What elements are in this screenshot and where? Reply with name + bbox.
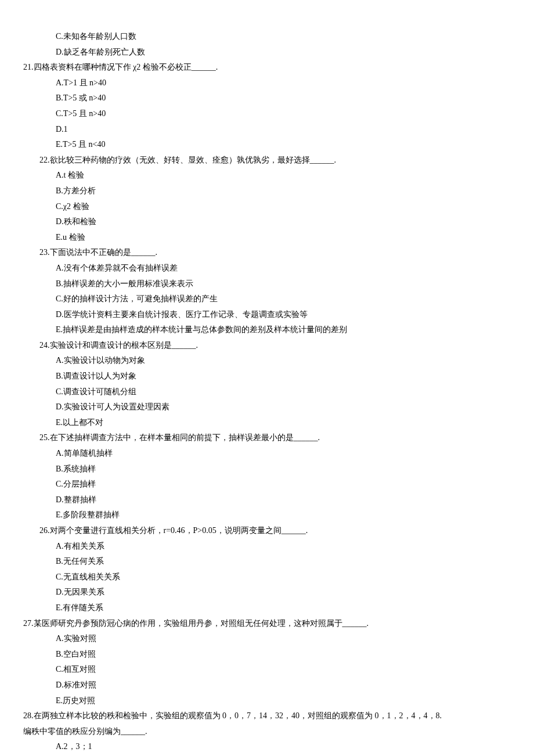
document-line: B.调查设计以人为对象 — [23, 369, 511, 384]
document-line: 25.在下述抽样调查方法中，在样本量相同的前提下，抽样误差最小的是______. — [23, 430, 511, 446]
document-line: A.实验对照 — [23, 631, 511, 647]
document-line: C.未知各年龄别人口数 — [23, 29, 511, 45]
document-line: C.无直线相关关系 — [23, 570, 511, 585]
document-line: D.整群抽样 — [23, 492, 511, 508]
document-line: 23.下面说法中不正确的是______. — [23, 245, 511, 261]
document-line: D.实验设计可人为设置处理因素 — [23, 399, 511, 415]
document-line: A.简单随机抽样 — [23, 446, 511, 462]
document-line: D.无因果关系 — [23, 585, 511, 600]
document-line: D.医学统计资料主要来自统计报表、医疗工作记录、专题调查或实验等 — [23, 307, 511, 323]
document-line: A.T>1 且 n>40 — [23, 75, 511, 91]
document-line: C.好的抽样设计方法，可避免抽样误差的产生 — [23, 291, 511, 307]
document-line: D.缺乏各年龄别死亡人数 — [23, 45, 511, 60]
document-line: A.有相关关系 — [23, 539, 511, 555]
document-line: E.有伴随关系 — [23, 600, 511, 616]
document-line: D.1 — [23, 122, 511, 138]
document-line: E.u 检验 — [23, 230, 511, 246]
document-line: B.系统抽样 — [23, 462, 511, 477]
document-line: 26.对两个变量进行直线相关分析，r=0.46，P>0.05，说明两变量之间__… — [23, 523, 511, 539]
document-line: D.秩和检验 — [23, 214, 511, 230]
document-line: E.历史对照 — [23, 693, 511, 709]
document-line: B.无任何关系 — [23, 554, 511, 570]
document-line: A.t 检验 — [23, 168, 511, 183]
document-line: E.多阶段整群抽样 — [23, 507, 511, 523]
document-line: B.抽样误差的大小一般用标准误来表示 — [23, 276, 511, 292]
document-line: 27.某医师研究丹参预防冠心病的作用，实验组用丹参，对照组无任何处理，这种对照属… — [23, 616, 511, 632]
document-line: C.调查设计可随机分组 — [23, 384, 511, 400]
document-line: E.抽样误差是由抽样造成的样本统计量与总体参数间的差别及样本统计量间的差别 — [23, 322, 511, 338]
document-line: C.分层抽样 — [23, 477, 511, 492]
document-line: D.标准对照 — [23, 678, 511, 693]
document-line: B.T>5 或 n>40 — [23, 91, 511, 106]
document-line: 22.欲比较三种药物的疗效（无效、好转、显效、痊愈）孰优孰劣，最好选择_____… — [23, 153, 511, 168]
document-line: B.空白对照 — [23, 647, 511, 663]
document-line: 24.实验设计和调查设计的根本区别是______. — [23, 338, 511, 354]
document-line: A.2，3；1 — [23, 739, 511, 755]
document-line: A.实验设计以动物为对象 — [23, 353, 511, 369]
document-line: E.T>5 且 n<40 — [23, 137, 511, 153]
document-line: B.方差分析 — [23, 183, 511, 199]
document-line: A.没有个体差异就不会有抽样误差 — [23, 261, 511, 276]
document-line: C.χ2 检验 — [23, 199, 511, 215]
document-line: 28.在两独立样本比较的秩和检验中，实验组的观察值为 0，0，7，14，32，4… — [23, 708, 511, 724]
document-line: 编秩中零值的秩应分别编为______. — [23, 724, 511, 740]
document-line: 21.四格表资料在哪种情况下作 χ2 检验不必校正______. — [23, 60, 511, 75]
document-line: C.相互对照 — [23, 662, 511, 678]
document-line: C.T>5 且 n>40 — [23, 106, 511, 122]
document-line: E.以上都不对 — [23, 415, 511, 431]
